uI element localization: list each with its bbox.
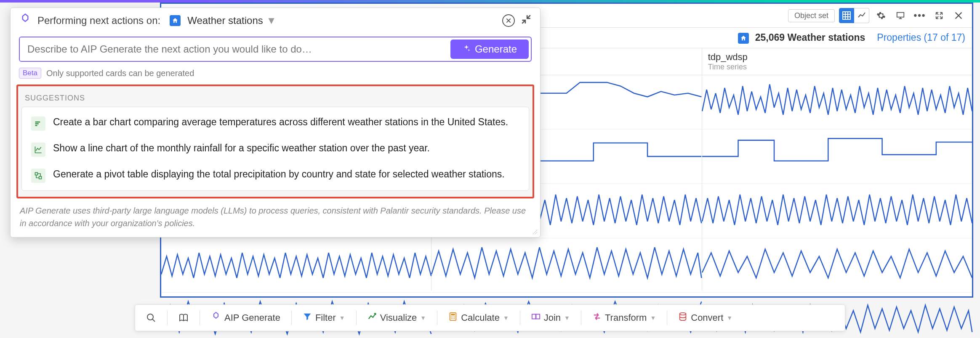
close-icon[interactable] — [951, 8, 966, 23]
join-button[interactable]: Join ▼ — [525, 309, 576, 327]
svg-line-31 — [533, 230, 537, 234]
object-set-button[interactable]: Object set — [788, 9, 835, 22]
present-icon[interactable] — [893, 8, 908, 23]
properties-link[interactable]: Properties (17 of 17) — [877, 32, 965, 43]
svg-point-17 — [451, 318, 452, 319]
object-name: Weather stations — [187, 15, 263, 26]
svg-point-16 — [454, 317, 455, 317]
convert-button[interactable]: Convert ▼ — [672, 309, 738, 327]
sparkline-cell[interactable] — [431, 238, 701, 293]
svg-rect-27 — [35, 123, 39, 124]
svg-line-11 — [152, 319, 155, 322]
suggestion-item[interactable]: Generate a pivot table displaying the to… — [22, 162, 529, 188]
svg-point-15 — [453, 317, 453, 317]
gear-icon[interactable] — [873, 8, 889, 23]
toolbar-label: AIP Generate — [224, 312, 280, 323]
chevron-down-icon: ▼ — [727, 314, 732, 321]
join-icon — [531, 312, 541, 324]
svg-rect-30 — [39, 177, 42, 179]
home-icon — [738, 33, 749, 44]
sparkline-cell[interactable] — [702, 184, 972, 238]
svg-point-18 — [453, 318, 453, 319]
aip-generate-panel: Performing next actions on: Weather stat… — [10, 8, 541, 238]
suggestion-item[interactable]: Show a line chart of the monthly rainfal… — [22, 136, 529, 162]
filter-icon — [303, 312, 312, 324]
svg-rect-13 — [451, 314, 455, 316]
sparkline-cell[interactable] — [702, 238, 972, 293]
transform-button[interactable]: Transform ▼ — [586, 309, 662, 327]
database-icon — [678, 312, 687, 324]
line-chart-icon — [31, 143, 45, 157]
svg-point-23 — [680, 313, 686, 315]
resize-handle[interactable] — [532, 229, 538, 235]
beta-note: Only supported cards can be generated — [46, 69, 194, 78]
aip-performing-label: Performing next actions on: — [37, 15, 160, 26]
chevron-down-icon: ▼ — [339, 314, 345, 321]
transform-icon — [592, 312, 602, 324]
toolbar-label: Transform — [605, 312, 647, 323]
svg-rect-28 — [35, 125, 37, 126]
suggestions-section: SUGGESTIONS Create a bar chart comparing… — [16, 84, 534, 198]
beta-badge: Beta — [19, 68, 41, 79]
chevron-down-icon: ▼ — [420, 314, 426, 321]
svg-point-19 — [454, 318, 455, 319]
aip-generate-button[interactable]: AIP Generate — [205, 308, 286, 327]
action-toolbar: AIP Generate Filter ▼ Visualize ▼ Calcul… — [135, 304, 845, 331]
toolbar-label: Filter — [315, 312, 336, 323]
chart-view-icon[interactable] — [854, 8, 869, 23]
suggestion-text: Show a line chart of the monthly rainfal… — [53, 141, 430, 156]
svg-rect-26 — [35, 121, 40, 123]
chevron-down-icon: ▼ — [564, 314, 570, 321]
aip-prompt-input[interactable] — [20, 37, 448, 61]
book-button[interactable] — [173, 309, 194, 326]
expand-icon[interactable] — [932, 8, 947, 23]
svg-rect-29 — [35, 173, 38, 175]
sparkle-icon — [462, 43, 471, 55]
calculator-icon — [448, 312, 458, 324]
calculate-button[interactable]: Calculate ▼ — [442, 309, 515, 327]
chevron-down-icon: ▼ — [650, 314, 656, 321]
filter-button[interactable]: Filter ▼ — [297, 309, 351, 327]
search-button[interactable] — [140, 309, 162, 326]
object-selector[interactable]: Weather stations ▼ — [166, 13, 280, 28]
svg-rect-22 — [535, 314, 537, 319]
toolbar-label: Join — [544, 312, 561, 323]
series-column: tdp_wdsp Time series — [702, 48, 972, 290]
svg-rect-5 — [897, 13, 904, 17]
aip-logo-icon — [211, 312, 221, 324]
toolbar-label: Convert — [691, 312, 723, 323]
chart-icon — [368, 312, 377, 324]
suggestion-text: Generate a pivot table displaying the to… — [53, 167, 505, 182]
visualize-button[interactable]: Visualize ▼ — [362, 309, 432, 327]
suggestion-item[interactable]: Create a bar chart comparing average tem… — [22, 110, 529, 136]
column-subtitle: Time series — [708, 63, 966, 71]
table-view-icon[interactable] — [839, 8, 854, 23]
svg-point-14 — [451, 317, 452, 317]
toolbar-label: Calculate — [461, 312, 500, 323]
sparkline-cell[interactable] — [702, 129, 972, 184]
column-title: tdp_wdsp — [708, 52, 966, 63]
pivot-icon — [31, 169, 45, 183]
aip-logo-icon — [19, 13, 32, 28]
home-icon — [170, 15, 181, 26]
suggestions-heading: SUGGESTIONS — [21, 92, 529, 107]
cancel-circle-icon[interactable] — [502, 14, 515, 27]
more-icon[interactable]: ••• — [912, 8, 927, 23]
generate-label: Generate — [475, 43, 517, 55]
chevron-down-icon: ▼ — [503, 314, 509, 321]
generate-button[interactable]: Generate — [450, 40, 529, 59]
suggestion-text: Create a bar chart comparing average tem… — [53, 115, 508, 129]
chevron-down-icon: ▼ — [266, 15, 277, 26]
svg-point-10 — [147, 314, 153, 320]
sparkline-cell[interactable] — [161, 238, 431, 293]
collapse-icon[interactable] — [521, 14, 532, 27]
object-count: 25,069 Weather stations — [755, 32, 865, 43]
toolbar-label: Visualize — [380, 312, 417, 323]
svg-rect-0 — [843, 12, 850, 19]
sparkline-cell[interactable] — [702, 75, 972, 129]
bar-chart-icon — [31, 116, 45, 131]
svg-line-32 — [535, 232, 537, 234]
disclaimer-text: AIP Generate uses third-party large lang… — [11, 198, 540, 237]
